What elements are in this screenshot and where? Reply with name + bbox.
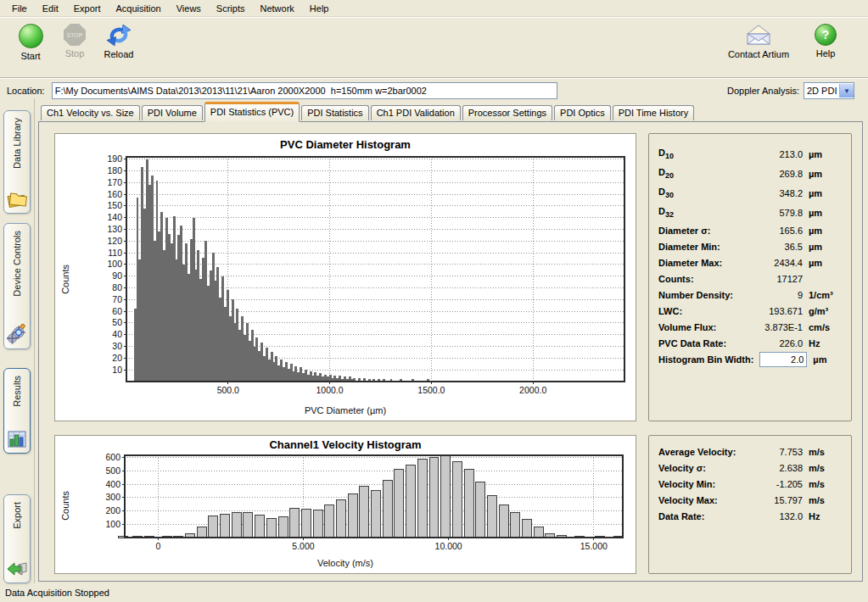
tab-pdi-time-history[interactable]: PDI Time History [613,105,695,120]
velocity-chart-body: Counts 10020030040050060005.00010.00015.… [55,453,636,558]
menu-edit[interactable]: Edit [36,2,65,15]
sidebar-item-export[interactable]: Export [3,494,31,583]
diameter-stats-panel: D10213.0µmD20269.8µmD30348.2µmD32579.8µm… [648,133,852,421]
pvc-diameter-xlabel: PVC Diameter (µm) [55,405,636,419]
location-label: Location: [7,86,45,96]
doppler-analysis-select[interactable]: 2D PDI ▼ [804,82,854,99]
stop-icon: STOP [64,24,86,46]
stat-unit: µm [809,242,843,252]
export-label: Export [12,502,22,529]
reload-label: Reload [104,49,134,59]
menu-network[interactable]: Network [253,2,300,15]
svg-text:500: 500 [105,465,120,476]
tab-processor-settings[interactable]: Processor Settings [462,105,552,120]
menu-views[interactable]: Views [170,2,208,15]
stat-unit: g/m³ [809,306,843,316]
stat-label: Number Density: [658,290,733,300]
chevron-down-icon: ▼ [839,84,854,98]
tab-strip: Ch1 Velocity vs. SizePDI VolumePDI Stati… [38,102,863,121]
stat-row: D32579.8µm [658,203,843,222]
contact-artium-label: Contact Artium [728,49,789,59]
svg-text:100: 100 [105,519,120,529]
stat-unit: µm [809,169,843,179]
svg-text:30: 30 [112,341,122,351]
stat-row: Average Velocity:7.753m/s [658,443,843,460]
menu-scripts[interactable]: Scripts [210,2,252,15]
svg-text:70: 70 [112,294,122,304]
stat-row: Volume Flux:3.873E-1cm/s [658,319,843,335]
tab-pdi-optics[interactable]: PDI Optics [554,105,611,120]
status-bar: Data Acquisition Stopped [0,583,868,602]
help-button[interactable]: ? Help [804,20,848,59]
pvc-diameter-chart-title: PVC Diameter Histogram [55,137,636,153]
stat-row: Data Rate:132.0Hz [658,508,843,524]
stat-label: D30 [658,187,674,199]
stat-label: Diameter σ: [658,226,710,236]
stat-value: -1.205 [715,479,809,489]
stat-row: Velocity Max:15.797m/s [658,492,843,508]
svg-text:40: 40 [112,329,122,339]
svg-text:5.000: 5.000 [292,541,314,551]
start-button[interactable]: Start [8,20,53,61]
stat-unit: m/s [809,463,843,473]
tab-panel-pdi-statistics-pvc: PVC Diameter Histogram Counts 1020304050… [38,121,863,582]
svg-text:90: 90 [112,270,122,281]
stat-unit: µm [809,149,843,159]
svg-text:15.000: 15.000 [580,541,608,551]
sidebar-item-results[interactable]: Results [3,368,31,454]
tab-pdi-statistics-pvc[interactable]: PDI Statistics (PVC) [204,102,300,122]
results-label: Results [12,376,22,407]
reload-button[interactable]: Reload [97,20,141,59]
svg-text:140: 140 [107,212,122,222]
pvc-diameter-chart-body: Counts 102030405060708090100110120130140… [55,153,636,405]
velocity-ylabel: Counts [55,453,76,558]
menu-acquisition[interactable]: Acquisition [109,2,168,15]
stat-unit: 1/cm³ [809,290,843,300]
svg-text:0: 0 [155,541,160,551]
tab-pdi-volume[interactable]: PDI Volume [142,105,203,120]
stat-label: D20 [658,167,674,180]
stat-value: 36.5 [720,242,809,252]
pvc-diameter-plot: 1020304050607080901001101201301401501601… [76,153,630,405]
menu-file[interactable]: File [5,2,34,15]
stat-value: 7.753 [736,447,809,457]
svg-text:10.000: 10.000 [435,541,462,551]
tab-ch1-pdi-validation[interactable]: Ch1 PDI Validation [371,105,461,120]
menu-export[interactable]: Export [67,2,108,15]
stat-value: 2.638 [706,463,809,473]
tab-ch1-velocity-vs-size[interactable]: Ch1 Velocity vs. Size [41,105,140,120]
stat-value: 193.671 [682,306,809,316]
histogram-bin-width-input[interactable] [759,352,807,367]
export-arrow-icon [6,560,28,578]
main-area: Data Library Device Controls [0,98,868,583]
stop-button[interactable]: STOP Stop [53,20,97,59]
stat-row: Diameter Max:2434.4µm [658,254,843,270]
contact-artium-button[interactable]: Contact Artium [725,20,792,59]
stat-value: 9 [733,290,809,300]
stat-value: 226.0 [726,338,809,348]
menu-help[interactable]: Help [303,2,336,15]
stat-unit: µm [809,258,843,268]
location-input[interactable] [52,82,557,99]
stat-value: 165.6 [710,226,809,236]
svg-text:60: 60 [112,306,122,316]
sidebar: Data Library Device Controls [0,98,35,583]
sidebar-item-data-library[interactable]: Data Library [3,110,31,214]
svg-text:80: 80 [112,282,122,293]
stat-label: Velocity σ: [658,463,706,473]
pvc-diameter-ylabel: Counts [55,153,76,405]
stat-label: LWC: [658,306,682,316]
app-window: { "menu": { "items": ["File","Edit","Exp… [0,0,868,602]
svg-text:160: 160 [107,189,122,199]
svg-text:20: 20 [112,353,122,363]
stat-label: Average Velocity: [658,447,736,457]
stat-row: Number Density:91/cm³ [658,287,843,303]
stat-value: 269.8 [674,169,809,179]
folders-icon [6,188,28,209]
tab-pdi-statistics[interactable]: PDI Statistics [301,105,368,120]
stat-unit: m/s [809,479,843,489]
stat-label: PVC Data Rate: [658,338,726,348]
stat-row: Counts:17127 [658,270,843,287]
stop-icon-text: STOP [67,32,83,38]
sidebar-item-device-controls[interactable]: Device Controls [3,223,31,349]
